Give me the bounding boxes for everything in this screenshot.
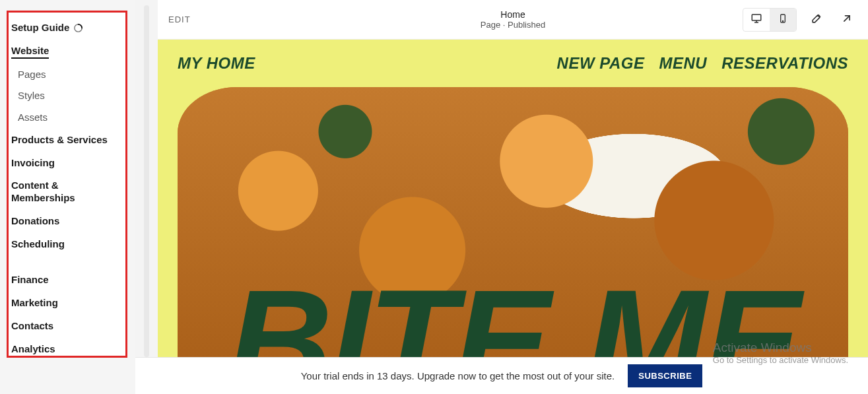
hero-image: BITE ME <box>178 87 848 357</box>
paintbrush-icon <box>810 12 823 28</box>
sidebar-item-setup-guide[interactable]: Setup Guide <box>11 16 123 40</box>
page-status: Page · Published <box>481 20 545 30</box>
panel-main: EDIT Home Page · Published <box>158 0 868 357</box>
subscribe-button[interactable]: SUBSCRIBE <box>628 364 702 387</box>
topbar-right <box>743 8 857 32</box>
sidebar-item-donations[interactable]: Donations <box>11 210 123 233</box>
edit-button[interactable]: EDIT <box>168 15 191 24</box>
sidebar-divider <box>11 255 123 269</box>
sidebar-sub-pages[interactable]: Pages <box>11 64 123 86</box>
sidebar-item-label: Marketing <box>11 297 58 310</box>
svg-point-1 <box>81 26 83 27</box>
trial-message: Your trial ends in 13 days. Upgrade now … <box>301 370 615 381</box>
editor-panel: EDIT Home Page · Published <box>135 0 868 394</box>
sidebar-item-contacts[interactable]: Contacts <box>11 315 123 338</box>
svg-rect-2 <box>752 15 761 20</box>
sidebar-item-products-services[interactable]: Products & Services <box>11 129 123 152</box>
sidebar-item-label: Products & Services <box>11 134 108 147</box>
sidebar-item-label: Analytics <box>11 343 55 356</box>
svg-point-4 <box>782 20 783 21</box>
nav-link-new-page[interactable]: NEW PAGE <box>557 54 645 73</box>
page-info[interactable]: Home Page · Published <box>481 9 545 30</box>
sidebar-item-marketing[interactable]: Marketing <box>11 292 123 315</box>
topbar: EDIT Home Page · Published <box>158 0 868 40</box>
hero-title: BITE ME <box>178 280 848 357</box>
nav-link-reservations[interactable]: RESERVATIONS <box>721 54 848 73</box>
site-brand[interactable]: MY HOME <box>178 54 255 73</box>
sidebar-item-label: Scheduling <box>11 238 65 251</box>
progress-ring-icon <box>73 23 83 33</box>
arrow-out-icon <box>840 12 853 28</box>
nav-link-menu[interactable]: MENU <box>659 54 708 73</box>
desktop-view-button[interactable] <box>743 9 770 31</box>
site-preview: MY HOME NEW PAGE MENU RESERVATIONS BITE … <box>158 40 868 357</box>
sidebar-item-label: Content & Memberships <box>11 180 123 205</box>
page-title: Home <box>481 9 545 20</box>
sidebar-item-label: Contacts <box>11 320 53 333</box>
sidebar-item-analytics[interactable]: Analytics <box>11 338 123 361</box>
sidebar-item-website[interactable]: Website <box>11 40 123 64</box>
sidebar-item-label: Website <box>11 45 49 59</box>
sidebar-sub-assets[interactable]: Assets <box>11 107 123 129</box>
sidebar-sub-styles[interactable]: Styles <box>11 85 123 107</box>
sidebar-item-label: Finance <box>11 274 49 286</box>
trial-bar: Your trial ends in 13 days. Upgrade now … <box>135 357 868 394</box>
sidebar: Setup Guide Website Pages Styles Assets … <box>7 11 127 358</box>
site-links: NEW PAGE MENU RESERVATIONS <box>557 54 848 73</box>
site-nav: MY HOME NEW PAGE MENU RESERVATIONS <box>158 40 868 87</box>
sidebar-item-finance[interactable]: Finance <box>11 269 123 292</box>
desktop-icon <box>751 13 762 27</box>
mobile-view-button[interactable] <box>770 9 796 31</box>
mobile-icon <box>778 13 788 26</box>
sidebar-item-label: Invoicing <box>11 157 55 170</box>
sidebar-item-content-memberships[interactable]: Content & Memberships <box>11 174 123 210</box>
sidebar-item-label: Donations <box>11 215 59 228</box>
sidebar-item-invoicing[interactable]: Invoicing <box>11 152 123 175</box>
panel-gutter <box>135 0 158 394</box>
expand-button[interactable] <box>836 9 857 30</box>
style-brush-button[interactable] <box>806 9 827 30</box>
sidebar-item-scheduling[interactable]: Scheduling <box>11 233 123 256</box>
sidebar-item-label: Setup Guide <box>11 22 69 34</box>
device-toggle <box>743 8 797 32</box>
